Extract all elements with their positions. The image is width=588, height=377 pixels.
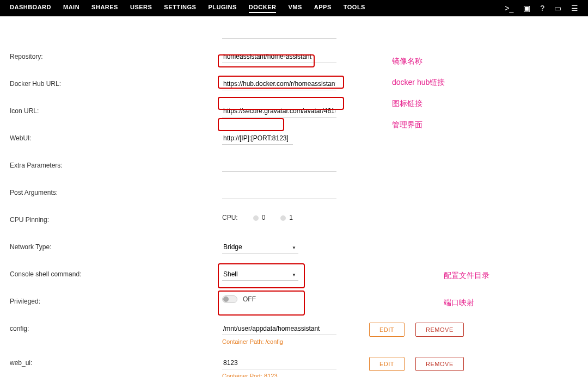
dockerhub-input[interactable] xyxy=(222,78,336,90)
cpu-option-1[interactable]: 1 xyxy=(280,214,293,221)
display-icon[interactable]: ▭ xyxy=(554,4,561,13)
nav-users[interactable]: USERS xyxy=(130,4,152,13)
webui-label: WebUI: xyxy=(10,132,222,142)
webui-input[interactable] xyxy=(222,132,293,145)
nav-vms[interactable]: VMS xyxy=(288,4,302,13)
extraparams-label: Extra Parameters: xyxy=(10,159,222,169)
webui-remove-button[interactable]: REMOVE xyxy=(415,357,464,371)
cpu-prefix: CPU: xyxy=(222,214,238,221)
terminal-icon[interactable]: >_ xyxy=(505,4,513,13)
menu-icon[interactable]: ☰ xyxy=(571,4,578,13)
privileged-label: Privileged: xyxy=(10,295,222,305)
config-label: config: xyxy=(10,323,222,332)
iconurl-input[interactable] xyxy=(222,105,336,118)
config-input[interactable] xyxy=(222,323,336,335)
webui-container-port: Container Port: 8123 xyxy=(222,373,345,377)
toggle-knob-icon xyxy=(223,296,229,302)
radio-icon xyxy=(253,215,259,221)
iconurl-label: Icon URL: xyxy=(10,105,222,115)
annotation-webui: 管理界面 xyxy=(392,120,422,130)
top-navbar: DASHBOARD MAIN SHARES USERS SETTINGS PLU… xyxy=(0,0,588,16)
postargs-input[interactable] xyxy=(222,187,336,199)
webui-edit-button[interactable]: EDIT xyxy=(369,357,405,371)
radio-icon xyxy=(280,215,286,221)
webui-port-input[interactable] xyxy=(222,357,336,369)
shell-select[interactable]: Shell xyxy=(222,268,298,281)
nav-right-icons: >_ ▣ ? ▭ ☰ xyxy=(505,4,578,13)
nav-apps[interactable]: APPS xyxy=(314,4,332,13)
repository-label: Repository: xyxy=(10,51,222,60)
config-container-path: Container Path: /config xyxy=(222,338,345,345)
nettype-select[interactable]: Bridge xyxy=(222,241,298,254)
extraparams-input[interactable] xyxy=(222,159,336,172)
config-remove-button[interactable]: REMOVE xyxy=(415,323,464,337)
nav-docker[interactable]: DOCKER xyxy=(249,4,277,13)
cpu-option-0[interactable]: 0 xyxy=(253,214,266,221)
nav-settings[interactable]: SETTINGS xyxy=(164,4,196,13)
privileged-state: OFF xyxy=(243,295,256,303)
nettype-label: Network Type: xyxy=(10,241,222,251)
shell-label: Console shell command: xyxy=(10,268,222,278)
nav-tools[interactable]: TOOLS xyxy=(344,4,365,13)
nav-plugins[interactable]: PLUGINS xyxy=(208,4,236,13)
annotation-icon: 图标链接 xyxy=(392,99,422,109)
webui-port-label: web_ui: xyxy=(10,357,222,367)
nav-shares[interactable]: SHARES xyxy=(91,4,118,13)
nav-dashboard[interactable]: DASHBOARD xyxy=(10,4,51,13)
config-edit-button[interactable]: EDIT xyxy=(369,323,405,337)
nav-main[interactable]: MAIN xyxy=(63,4,79,13)
dockerhub-label: Docker Hub URL: xyxy=(10,78,222,88)
nav-menu: DASHBOARD MAIN SHARES USERS SETTINGS PLU… xyxy=(10,4,365,13)
annotation-hub: docker hub链接 xyxy=(392,78,445,88)
feedback-icon[interactable]: ▣ xyxy=(523,4,530,13)
cpupinning-label: CPU Pinning: xyxy=(10,214,222,224)
repository-input[interactable] xyxy=(222,51,336,63)
help-icon[interactable]: ? xyxy=(540,4,544,13)
privileged-toggle[interactable] xyxy=(222,295,237,303)
annotation-webui-port: 端口映射 xyxy=(444,298,474,308)
spacer-top xyxy=(222,38,336,39)
postargs-label: Post Arguments: xyxy=(10,187,222,196)
annotation-repo: 镜像名称 xyxy=(392,57,422,66)
annotation-config: 配置文件目录 xyxy=(444,271,489,281)
